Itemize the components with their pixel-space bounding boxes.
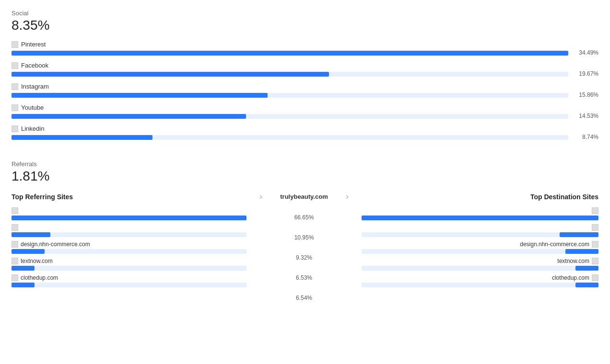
social-bar-label: Facebook [12,62,598,69]
favicon-icon [12,258,18,264]
social-name: Linkedin [21,125,44,132]
favicon-icon [12,41,18,48]
bar-row: 14.53% [12,113,598,120]
referrals-data: design.nhn-commerce.com textnow.com clot… [12,207,598,308]
ref-bar-row [12,216,246,220]
ref-bar-label: design.nhn-commerce.com [12,241,246,248]
center-pct-row: 6.53% [251,268,357,288]
center-pct-row: 9.32% [251,248,357,268]
favicon-icon [12,125,18,132]
ref-bar-track [12,216,246,220]
social-bar-item: Youtube 14.53% [12,104,598,120]
bar-fill [12,72,329,77]
center-pct-row: 6.54% [251,288,357,308]
ref-bar-row [12,266,246,271]
dest-bar-fill [575,266,598,271]
ref-bar-fill [12,249,45,254]
bar-percentage: 34.49% [572,49,598,57]
referring-bars: design.nhn-commerce.com textnow.com clot… [12,207,246,308]
bar-percentage: 8.74% [572,134,598,141]
dest-bar-label: design.nhn-commerce.com [362,241,598,248]
dest-bar-label: clothedup.com [362,274,598,281]
bar-track [12,51,568,56]
bar-track [12,93,568,98]
bar-track [12,72,568,77]
favicon-icon [12,62,18,69]
social-name: Facebook [21,62,48,69]
favicon-icon [592,207,598,214]
dest-bar-track [362,249,598,254]
favicon-icon [12,207,18,214]
social-name: Youtube [21,104,44,111]
social-bar-label: Pinterest [12,41,598,48]
dest-site-name: design.nhn-commerce.com [520,241,589,248]
ref-bar-fill [12,266,35,271]
center-percentage: 9.32% [296,254,312,261]
center-percentage: 66.65% [294,214,314,221]
dest-bar-row [362,266,598,271]
dest-bar-track [362,283,598,287]
ref-bar-track [12,249,246,254]
dest-site-name: clothedup.com [552,274,589,281]
bar-fill [12,51,568,56]
ref-bar-item [12,224,246,237]
social-bar-item: Instagram 15.86% [12,83,598,99]
bar-fill [12,135,152,140]
referrals-headers: Top Referring Sites › trulybeauty.com › … [12,192,598,202]
dest-bar-row [362,283,598,287]
bar-percentage: 19.67% [572,70,598,78]
bar-fill [12,93,268,98]
ref-site-name: design.nhn-commerce.com [21,241,90,248]
ref-bar-fill [12,283,35,287]
ref-bar-label: clothedup.com [12,274,246,281]
dest-bar-row [362,216,598,220]
dest-bar-label: textnow.com [362,258,598,264]
ref-bar-fill [12,216,246,220]
favicon-icon [592,274,598,281]
dest-bar-fill [575,283,598,287]
social-bar-label: Youtube [12,104,598,111]
dest-site-name: textnow.com [557,258,589,264]
arrow-right-icon-2: › [333,192,362,202]
dest-bar-track [362,266,598,271]
dest-bar-item: textnow.com [362,258,598,271]
ref-bar-track [12,232,246,237]
center-percentages: 66.65%10.95%9.32%6.53%6.54% [246,207,362,308]
bar-track [12,135,568,140]
ref-bar-row [12,249,246,254]
ref-bar-row [12,283,246,287]
center-pct-row: 66.65% [251,207,357,228]
ref-bar-item [12,207,246,220]
referrals-label: Referrals [12,160,598,168]
dest-bar-fill [565,249,598,254]
favicon-icon [592,258,598,264]
center-pct-row: 10.95% [251,228,357,248]
center-percentage: 10.95% [294,234,314,241]
social-value: 8.35% [12,18,598,33]
dest-bar-fill [362,216,598,220]
ref-bar-label [12,207,246,214]
social-bar-item: Pinterest 34.49% [12,41,598,57]
ref-site-name: clothedup.com [21,274,58,281]
social-bars-container: Pinterest 34.49% Facebook 19.67% Instagr… [12,41,598,141]
dest-bar-item [362,224,598,237]
dest-bar-item [362,207,598,220]
social-bar-label: Linkedin [12,125,598,132]
ref-bar-row [12,232,246,237]
favicon-icon [592,224,598,231]
favicon-icon [12,274,18,281]
dest-bar-label [362,224,598,231]
ref-bar-label: textnow.com [12,258,246,264]
bar-percentage: 14.53% [572,113,598,120]
arrow-right-icon-1: › [246,192,275,202]
dest-bar-item: design.nhn-commerce.com [362,241,598,254]
ref-site-name: textnow.com [21,258,53,264]
favicon-icon [12,83,18,90]
center-percentage: 6.54% [296,295,312,301]
ref-bar-track [12,266,246,271]
ref-bar-item: clothedup.com [12,274,246,287]
center-percentage: 6.53% [296,274,312,281]
top-destination-sites-title: Top Destination Sites [362,193,598,201]
favicon-icon [12,104,18,111]
bar-row: 19.67% [12,70,598,78]
